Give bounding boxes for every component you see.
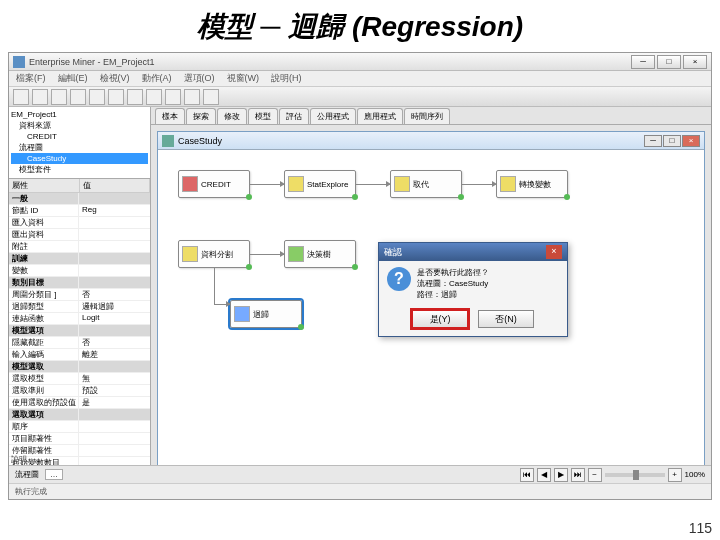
zoom-controls: ⏮ ◀ ▶ ⏭ − + 100% [520, 468, 705, 482]
properties-grid[interactable]: 一般節點 IDReg匯入資料匯出資料附註訓練變數類別目標周圍分類目 ]否迴歸類型… [9, 193, 150, 483]
close-button[interactable]: × [683, 55, 707, 69]
nav-last-icon[interactable]: ⏭ [571, 468, 585, 482]
flow-node-n3[interactable]: 取代 [390, 170, 462, 198]
tree-item-casestudy[interactable]: CaseStudy [11, 153, 148, 164]
prop-row[interactable]: 使用選取的預設值是 [9, 397, 150, 409]
right-panel: 樣本 探索 修改 模型 評估 公用程式 應用程式 時間序列 CaseStudy … [151, 107, 711, 483]
prop-row[interactable]: 附註 [9, 241, 150, 253]
menu-view[interactable]: 檢視(V) [97, 72, 133, 85]
no-button[interactable]: 否(N) [478, 310, 534, 328]
prop-row[interactable]: 輸入編碼離差 [9, 349, 150, 361]
toolbar-button[interactable] [89, 89, 105, 105]
main-area: EM_Project1 資料來源 CREDIT 流程圖 CaseStudy 模型… [9, 107, 711, 483]
node-label: CREDIT [201, 180, 231, 189]
toolbar-button[interactable] [146, 89, 162, 105]
diagram-minimize[interactable]: ─ [644, 135, 662, 147]
prop-row[interactable]: 隱藏截距否 [9, 337, 150, 349]
status-dot-icon [246, 264, 252, 270]
dialog-message: 是否要執行此路徑？ 流程圖：CaseStudy 路徑：迴歸 [417, 267, 489, 300]
connector [356, 184, 390, 185]
toolbar-button[interactable] [165, 89, 181, 105]
tab-explore[interactable]: 探索 [186, 108, 216, 124]
tab-modify[interactable]: 修改 [217, 108, 247, 124]
yes-button[interactable]: 是(Y) [412, 310, 468, 328]
page-number: 115 [689, 520, 712, 536]
tab-timeseries[interactable]: 時間序列 [404, 108, 450, 124]
menu-file[interactable]: 檔案(F) [13, 72, 49, 85]
diagram-canvas[interactable]: 迴歸決策樹資料分割轉換變數取代StatExploreCREDIT [158, 150, 704, 476]
menu-action[interactable]: 動作(A) [139, 72, 175, 85]
nav-first-icon[interactable]: ⏮ [520, 468, 534, 482]
prop-row[interactable]: 迴歸類型邏輯迴歸 [9, 301, 150, 313]
toolbar-button[interactable] [32, 89, 48, 105]
nav-next-icon[interactable]: ▶ [554, 468, 568, 482]
toolbar-button[interactable] [184, 89, 200, 105]
flow-node-n5[interactable]: 資料分割 [178, 240, 250, 268]
app-window: Enterprise Miner - EM_Project1 ─ □ × 檔案(… [8, 52, 712, 500]
zoom-slider[interactable] [605, 473, 665, 477]
flow-node-n7[interactable]: 迴歸 [230, 300, 302, 328]
zoom-in-button[interactable]: + [668, 468, 682, 482]
node-icon [234, 306, 250, 322]
status-dot-icon [564, 194, 570, 200]
node-label: 轉換變數 [519, 179, 551, 190]
palette-tabs: 樣本 探索 修改 模型 評估 公用程式 應用程式 時間序列 [151, 107, 711, 125]
arrow-icon [492, 181, 497, 187]
menu-help[interactable]: 說明(H) [268, 72, 305, 85]
toolbar-button[interactable] [13, 89, 29, 105]
node-icon [182, 246, 198, 262]
toolbar-button[interactable] [51, 89, 67, 105]
slide-title: 模型 ─ 迴歸 (Regression) [0, 0, 720, 50]
prop-row[interactable]: 連結函數Logit [9, 313, 150, 325]
prop-row[interactable]: 選取模型無 [9, 373, 150, 385]
toolbar-button[interactable] [127, 89, 143, 105]
status-text: 執行完成 [15, 486, 47, 497]
node-label: StatExplore [307, 180, 348, 189]
prop-row[interactable]: 節點 IDReg [9, 205, 150, 217]
status-dot-icon [298, 324, 304, 330]
prop-row[interactable]: 匯入資料 [9, 217, 150, 229]
bottom-selector[interactable]: … [45, 469, 63, 480]
prop-row[interactable]: 匯出資料 [9, 229, 150, 241]
app-icon [13, 56, 25, 68]
flow-node-n2[interactable]: StatExplore [284, 170, 356, 198]
toolbar-button[interactable] [70, 89, 86, 105]
tab-utility[interactable]: 公用程式 [310, 108, 356, 124]
tab-apps[interactable]: 應用程式 [357, 108, 403, 124]
diagram-close[interactable]: × [682, 135, 700, 147]
tree-item-project[interactable]: EM_Project1 [11, 109, 148, 120]
connector [250, 254, 284, 255]
prop-row[interactable]: 變數 [9, 265, 150, 277]
zoom-out-button[interactable]: − [588, 468, 602, 482]
tree-item-diagrams[interactable]: 流程圖 [11, 142, 148, 153]
flow-node-n4[interactable]: 轉換變數 [496, 170, 568, 198]
title-bar: Enterprise Miner - EM_Project1 ─ □ × [9, 53, 711, 71]
tree-item-credit[interactable]: CREDIT [11, 131, 148, 142]
diagram-maximize[interactable]: □ [663, 135, 681, 147]
flow-node-n6[interactable]: 決策樹 [284, 240, 356, 268]
window-controls: ─ □ × [631, 55, 707, 69]
tab-sample[interactable]: 樣本 [155, 108, 185, 124]
prop-row[interactable]: 順序 [9, 421, 150, 433]
prop-row[interactable]: 選取準則預設 [9, 385, 150, 397]
tree-item-modelpkg[interactable]: 模型套件 [11, 164, 148, 175]
dialog-close-button[interactable]: × [546, 245, 562, 259]
menu-options[interactable]: 選項(O) [181, 72, 218, 85]
maximize-button[interactable]: □ [657, 55, 681, 69]
tab-model[interactable]: 模型 [248, 108, 278, 124]
project-tree[interactable]: EM_Project1 資料來源 CREDIT 流程圖 CaseStudy 模型… [9, 107, 150, 179]
tab-assess[interactable]: 評估 [279, 108, 309, 124]
nav-prev-icon[interactable]: ◀ [537, 468, 551, 482]
prop-row[interactable]: 周圍分類目 ]否 [9, 289, 150, 301]
prop-row[interactable]: 項目顯著性 [9, 433, 150, 445]
tree-item-datasources[interactable]: 資料來源 [11, 120, 148, 131]
menu-window[interactable]: 視窗(W) [224, 72, 263, 85]
flow-node-n1[interactable]: CREDIT [178, 170, 250, 198]
status-dot-icon [458, 194, 464, 200]
status-bar: 執行完成 [9, 483, 711, 499]
toolbar-button[interactable] [108, 89, 124, 105]
toolbar-button[interactable] [203, 89, 219, 105]
prop-row[interactable]: 停留顯著性 [9, 445, 150, 457]
menu-edit[interactable]: 編輯(E) [55, 72, 91, 85]
minimize-button[interactable]: ─ [631, 55, 655, 69]
